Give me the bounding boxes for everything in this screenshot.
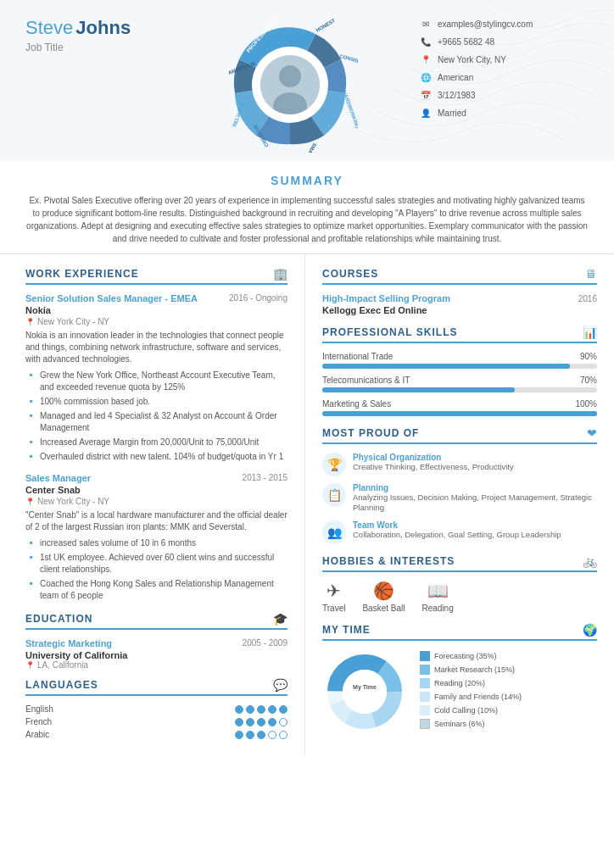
proud-desc-2: Analyzing Issues, Decision Making, Proje… (353, 492, 597, 514)
skill-row-2: Telecomunications & IT 70% (322, 376, 597, 392)
job-location-1: New York City - NY (25, 317, 287, 326)
legend-color-cold (420, 705, 430, 715)
hobbies-title: HOBBIES & INTERESTS (322, 555, 455, 567)
proud-icon: ❤ (587, 426, 597, 440)
svg-text:HARDWORKING: HARDWORKING (342, 90, 358, 130)
skill-name-3: Marketing & Sales (322, 399, 391, 409)
bullet-2-1: increased sales volume of 10 in 6 months (30, 537, 287, 549)
job-header-1: Senior Solution Sales Manager - EMEA 201… (25, 293, 287, 303)
legend-label-reading: Reading (20%) (434, 679, 485, 687)
edu-header-1: Strategic Marketing 2005 - 2009 (25, 638, 287, 648)
header-left: Steve Johns Job Title (25, 17, 161, 53)
lang-row-arabic: Arabic (25, 730, 287, 739)
skill-name-2: Telecomunications & IT (322, 376, 410, 385)
bullet-2-3: Coached the Hong Kong Sales and Relation… (30, 578, 287, 602)
skill-name-1: International Trade (322, 352, 393, 361)
bullet-1-3: Managed and led 4 Specialist & 32 Analys… (30, 410, 287, 434)
skill-header-2: Telecomunications & IT 70% (322, 376, 597, 385)
dot-en-5 (279, 705, 287, 714)
hobbies-row: ✈ Travel 🏀 Basket Ball 📖 Reading (322, 581, 597, 613)
bullet-1-2: 100% commission based job. (30, 396, 287, 408)
most-proud-section: MOST PROUD OF ❤ 🏆 Physical Organization … (322, 426, 597, 544)
mytime-icon: 🌍 (583, 623, 597, 637)
mytime-container: My Time Forecasting (35%) Market Researc… (322, 649, 597, 734)
summary-text: Ex. Pivotal Sales Executive offering ove… (25, 194, 589, 245)
job-bullets-2: increased sales volume of 10 in 6 months… (25, 537, 287, 602)
hobby-label-basketball: Basket Ball (362, 604, 405, 613)
dot-en-1 (235, 705, 243, 714)
lang-french: French (25, 717, 76, 726)
job-header-2: Sales Manager 2013 - 2015 (25, 473, 287, 483)
company-name-2: Center Snab (25, 485, 287, 495)
lang-arabic: Arabic (25, 730, 76, 739)
proud-text-1: Physical Organization Creative Thinking,… (353, 453, 514, 472)
name-block: Steve Johns (25, 17, 161, 39)
dot-en-4 (268, 705, 276, 714)
legend-label-seminars: Seminars (6%) (434, 720, 485, 728)
svg-text:HONEST: HONEST (315, 18, 337, 33)
dot-fr-2 (246, 718, 254, 726)
dot-fr-4 (268, 718, 276, 726)
job-desc-2: "Center Snab" is a local hardware manufa… (25, 509, 287, 533)
work-icon: 🏢 (273, 267, 287, 281)
work-experience-header: WORK EXPERIENCE 🏢 (25, 267, 287, 285)
education-section: EDUCATION 🎓 Strategic Marketing 2005 - 2… (25, 612, 287, 670)
courses-icon: 🖥 (585, 267, 597, 281)
skill-bar-fill-3 (322, 411, 597, 416)
legend-cold-calling: Cold Calling (10%) (420, 705, 522, 715)
decorative-waves (360, 0, 614, 153)
main-body: WORK EXPERIENCE 🏢 Senior Solution Sales … (0, 254, 614, 755)
lang-row-english: English (25, 704, 287, 714)
languages-title: LANGUAGES (25, 679, 98, 691)
education-header: EDUCATION 🎓 (25, 612, 287, 630)
proud-title-3: Team Work (353, 520, 561, 530)
lang-dots-french (235, 718, 287, 726)
skill-row-3: Marketing & Sales 100% (322, 399, 597, 416)
lang-dots-arabic (235, 731, 287, 739)
skill-bar-bg-3 (322, 411, 597, 416)
skills-icon: 📊 (583, 326, 597, 339)
edu-location-1: LA, California (25, 660, 287, 670)
bullet-1-4: Increased Average Margin from 20,000/Uni… (30, 437, 287, 448)
profile-photo (260, 55, 320, 114)
skill-bar-bg-1 (322, 364, 597, 369)
legend-color-family (420, 692, 430, 702)
skills-title: PROFESSIONAL SKILLS (322, 326, 457, 338)
bullet-2-2: 1st UK employee. Achieved over 60 client… (30, 552, 287, 576)
legend-forecasting: Forecasting (35%) (420, 651, 522, 661)
svg-text:SMART: SMART (304, 142, 317, 153)
skill-pct-2: 70% (580, 376, 597, 385)
hobby-label-reading: Reading (421, 604, 453, 613)
languages-section: LANGUAGES 💬 English French (25, 678, 287, 739)
hobbies-icon: 🚲 (583, 554, 597, 568)
svg-text:My Time: My Time (353, 684, 377, 691)
skill-row-1: International Trade 90% (322, 352, 597, 369)
legend-reading: Reading (20%) (420, 678, 522, 688)
legend-label-market: Market Research (15%) (434, 665, 515, 674)
legend-color-reading (420, 678, 430, 688)
svg-text:🏆: 🏆 (327, 458, 343, 472)
course-entry-1: High-Impact Selling Program 2016 Kellogg… (322, 293, 597, 315)
edu-degree-1: Strategic Marketing (25, 638, 112, 648)
edu-school-1: University of California (25, 650, 287, 660)
svg-text:📋: 📋 (327, 488, 343, 503)
mytime-legend: Forecasting (35%) Market Research (15%) … (420, 651, 522, 732)
education-icon: 🎓 (273, 612, 287, 626)
dot-ar-5 (279, 731, 287, 739)
mytime-title: MY TIME (322, 624, 371, 636)
proud-text-2: Planning Analyzing Issues, Decision Maki… (353, 483, 597, 514)
job-bullets-1: Grew the New York Office, Northeast Acco… (25, 370, 287, 463)
proud-header: MOST PROUD OF ❤ (322, 426, 597, 444)
bullet-1-1: Grew the New York Office, Northeast Acco… (30, 370, 287, 393)
travel-icon: ✈ (327, 581, 341, 601)
summary-section: SUMMARY Ex. Pivotal Sales Executive offe… (0, 161, 614, 254)
legend-family: Family and Friends (14%) (420, 692, 522, 702)
course-year-1: 2016 (578, 294, 597, 303)
proud-desc-1: Creative Thinking, Effectiveness, Produc… (353, 462, 514, 472)
languages-header: LANGUAGES 💬 (25, 678, 287, 696)
job-title-1: Senior Solution Sales Manager - EMEA (25, 293, 198, 303)
right-column: COURSES 🖥 High-Impact Selling Program 20… (305, 254, 614, 755)
proud-entry-1: 🏆 Physical Organization Creative Thinkin… (322, 453, 597, 476)
course-org-1: Kellogg Exec Ed Online (322, 305, 597, 315)
dot-ar-4 (268, 731, 276, 739)
